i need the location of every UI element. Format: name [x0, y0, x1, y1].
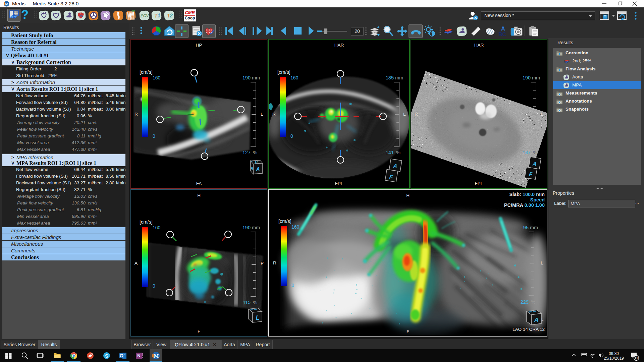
svg-text:LAO 14 CRA 12: LAO 14 CRA 12	[513, 327, 545, 332]
svg-text:[cm/s]: [cm/s]	[278, 219, 291, 224]
svg-text:95: 95	[523, 225, 529, 230]
svg-text:2: 2	[169, 12, 173, 18]
svg-text:A: A	[256, 166, 260, 172]
svg-text:1: 1	[157, 12, 160, 18]
svg-text:ECV: ECV	[140, 13, 149, 18]
svg-text:%: %	[253, 300, 257, 305]
svg-text:190: 190	[243, 75, 251, 80]
svg-text:FPL: FPL	[475, 181, 483, 186]
svg-text:HAR: HAR	[474, 43, 484, 48]
svg-text:0: 0	[153, 283, 155, 289]
svg-text:A: A	[135, 261, 138, 266]
svg-text:FPL: FPL	[335, 181, 343, 186]
svg-text:127: 127	[243, 150, 251, 155]
svg-text:137: 137	[523, 150, 531, 155]
svg-text:H: H	[197, 193, 201, 198]
svg-text:115: 115	[243, 300, 251, 305]
svg-text:Slab: 100.0 mm: Slab: 100.0 mm	[509, 192, 545, 197]
svg-text:185: 185	[386, 75, 394, 80]
svg-text:L: L	[403, 112, 406, 117]
svg-text:F: F	[407, 329, 409, 334]
svg-text:M: M	[154, 353, 159, 359]
svg-text:H: H	[406, 193, 410, 198]
svg-text:HP: HP	[196, 43, 202, 48]
svg-text:141: 141	[386, 150, 394, 155]
svg-text:R: R	[272, 112, 276, 117]
svg-text:mm: mm	[532, 75, 540, 80]
svg-text:A: A	[501, 26, 505, 32]
svg-text:mm: mm	[252, 75, 260, 80]
svg-text:%: %	[531, 299, 535, 305]
svg-text:BC: BC	[498, 32, 506, 37]
svg-text:PC/MRA 0.00 1.00: PC/MRA 0.00 1.00	[504, 202, 545, 208]
svg-text:160: 160	[153, 75, 161, 80]
svg-text:mm: mm	[252, 225, 260, 230]
svg-text:FA: FA	[196, 181, 202, 186]
svg-text:160: 160	[153, 225, 161, 230]
svg-text:[cm/s]: [cm/s]	[140, 69, 153, 75]
svg-text:R: R	[251, 167, 253, 170]
svg-text:R: R	[273, 260, 276, 265]
svg-text:A: A	[534, 316, 539, 323]
svg-text:L: L	[261, 112, 263, 117]
svg-text:M: M	[5, 2, 9, 6]
svg-text:R: R	[415, 112, 418, 117]
svg-text:L: L	[256, 314, 260, 321]
svg-text:L: L	[541, 112, 543, 117]
svg-text:0: 0	[290, 133, 293, 139]
svg-text:R: R	[135, 112, 138, 117]
svg-text:xls: xls	[132, 10, 136, 12]
svg-text:HAR: HAR	[334, 43, 344, 48]
svg-text:160: 160	[290, 75, 299, 80]
svg-text:[cm/s]: [cm/s]	[140, 219, 153, 225]
svg-text:%: %	[396, 150, 400, 155]
svg-text:190: 190	[523, 75, 531, 80]
svg-text:0: 0	[153, 133, 155, 139]
svg-text:190: 190	[243, 225, 251, 230]
svg-text:21: 21	[635, 357, 638, 360]
svg-text:L: L	[541, 317, 543, 321]
svg-text:L: L	[541, 260, 543, 265]
svg-text:N: N	[137, 353, 140, 358]
svg-text:160: 160	[291, 224, 300, 230]
svg-text:mm: mm	[530, 225, 538, 230]
svg-text:229: 229	[521, 299, 529, 305]
svg-text:S: S	[105, 353, 108, 359]
svg-text:Speed: Speed	[530, 197, 545, 202]
svg-text:F: F	[198, 329, 200, 334]
svg-text:0: 0	[291, 283, 294, 288]
svg-text:H: H	[255, 160, 258, 164]
svg-text:[cm/s]: [cm/s]	[277, 69, 290, 75]
svg-text:mm: mm	[395, 75, 403, 80]
svg-text:P: P	[261, 261, 264, 266]
svg-text:%: %	[253, 150, 257, 155]
svg-text:%: %	[533, 150, 537, 155]
